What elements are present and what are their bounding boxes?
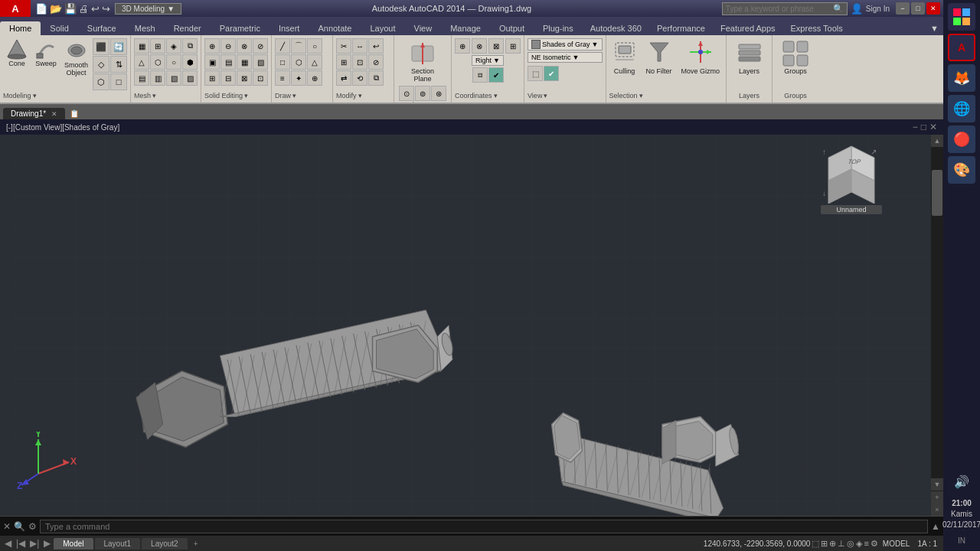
app-icon-1[interactable]: 🦊 xyxy=(948,64,975,92)
cmd-expand-icon[interactable]: ▲ xyxy=(931,521,940,532)
modify-btn-5[interactable]: ⊡ xyxy=(352,54,368,70)
modify-btn-2[interactable]: ↔ xyxy=(352,38,368,54)
mesh-btn-1[interactable]: ▦ xyxy=(134,38,149,54)
undo-icon[interactable]: ↩ xyxy=(91,3,100,15)
autocad-icon[interactable]: A xyxy=(948,34,975,61)
status-ortho-icon[interactable]: ⊥ xyxy=(838,539,845,549)
revolve-button[interactable]: 🔄 xyxy=(110,38,127,55)
mesh-btn-5[interactable]: △ xyxy=(134,54,149,70)
tab-home[interactable]: Home xyxy=(0,21,41,35)
loft-button[interactable]: ◇ xyxy=(93,56,109,73)
modify-btn-3[interactable]: ↩ xyxy=(368,38,384,54)
new-tab-button[interactable]: 📋 xyxy=(65,108,83,119)
smooth-object-button[interactable]: SmoothObject xyxy=(61,38,91,78)
layout-nav-next[interactable]: ▶ xyxy=(42,538,52,549)
coord-small-btn-1[interactable]: ⧈ xyxy=(472,67,488,83)
tab-output[interactable]: Output xyxy=(490,21,534,35)
view-dropdown-icon[interactable]: ▾ xyxy=(544,92,547,99)
modify-btn-8[interactable]: ⟲ xyxy=(352,70,368,86)
new-layout-button[interactable]: + xyxy=(189,538,203,549)
app-icon-4[interactable]: 🎨 xyxy=(948,156,975,184)
coord-btn-2[interactable]: ⊗ xyxy=(472,38,487,54)
sign-in-button[interactable]: Sign In xyxy=(866,5,890,13)
solid-btn-12[interactable]: ⊡ xyxy=(253,70,268,86)
section-small-btn-1[interactable]: ⊙ xyxy=(399,86,414,101)
tab-surface[interactable]: Surface xyxy=(78,21,126,35)
viewport-minimize-button[interactable]: − xyxy=(913,122,918,132)
new-icon[interactable]: 📄 xyxy=(35,3,47,15)
tab-parametric[interactable]: Parametric xyxy=(211,21,270,35)
print-icon[interactable]: 🖨 xyxy=(79,3,89,15)
tab-featured[interactable]: Featured Apps xyxy=(713,21,783,35)
mesh-btn-7[interactable]: ○ xyxy=(166,54,181,70)
coord-small-btn-2[interactable]: ✔ xyxy=(488,67,504,83)
mesh-btn-3[interactable]: ◈ xyxy=(166,38,181,54)
status-settings-icon[interactable]: ⚙ xyxy=(871,539,878,549)
workspace-selector[interactable]: 3D Modeling ▼ xyxy=(115,3,181,15)
tab-autodesk360[interactable]: Autodesk 360 xyxy=(583,21,649,35)
windows-start-icon[interactable] xyxy=(948,3,975,31)
cmd-search-icon[interactable]: 🔍 xyxy=(14,521,25,532)
tab-layout[interactable]: Layout xyxy=(361,21,404,35)
solid-btn-5[interactable]: ▣ xyxy=(204,54,220,70)
status-model-space-icon[interactable]: ⬚ xyxy=(812,539,819,549)
selection-dropdown-icon[interactable]: ▾ xyxy=(639,92,643,99)
cone-button[interactable]: Cone xyxy=(3,37,31,69)
solid-btn-1[interactable]: ⊕ xyxy=(204,38,220,54)
modify-btn-4[interactable]: ⊞ xyxy=(336,54,351,70)
modify-btn-7[interactable]: ⇄ xyxy=(336,70,351,86)
tab-annotate[interactable]: Annotate xyxy=(309,21,361,35)
status-osnap-icon[interactable]: ◈ xyxy=(856,539,862,549)
draw-btn-2[interactable]: ⌒ xyxy=(291,38,306,54)
tab-view[interactable]: View xyxy=(405,21,442,35)
solid-btn-8[interactable]: ▧ xyxy=(253,54,268,70)
tab-express[interactable]: Express Tools xyxy=(783,21,851,35)
draw-btn-1[interactable]: ╱ xyxy=(275,38,290,54)
modify-btn-1[interactable]: ✂ xyxy=(336,38,351,54)
solid-btn-4[interactable]: ⊘ xyxy=(253,38,268,54)
cmd-settings-icon[interactable]: ⚙ xyxy=(28,521,37,532)
search-input[interactable] xyxy=(726,5,833,13)
doc-tab-drawing1[interactable]: Drawing1* ✕ xyxy=(3,108,65,119)
draw-btn-6[interactable]: △ xyxy=(307,54,322,70)
draw-btn-8[interactable]: ✦ xyxy=(291,70,306,86)
status-lineweight-icon[interactable]: ≡ xyxy=(864,539,868,549)
status-polar-icon[interactable]: ◎ xyxy=(847,539,854,549)
status-grid-icon[interactable]: ⊞ xyxy=(821,539,828,549)
layers-button[interactable]: Layers xyxy=(733,38,766,77)
solid-btn-6[interactable]: ▤ xyxy=(220,54,236,70)
tab-performance[interactable]: Performance xyxy=(649,21,713,35)
coord-btn-4[interactable]: ⊞ xyxy=(505,38,521,54)
shading-selector[interactable]: Shades of Gray ▼ xyxy=(528,38,602,51)
maximize-button[interactable]: □ xyxy=(911,2,925,15)
tab-mesh[interactable]: Mesh xyxy=(126,21,165,35)
scroll-thumb-v[interactable] xyxy=(932,170,942,216)
mesh-btn-2[interactable]: ⊞ xyxy=(150,38,165,54)
draw-btn-3[interactable]: ○ xyxy=(307,38,322,54)
scroll-up-button[interactable]: ▲ xyxy=(931,135,943,147)
tab-insert[interactable]: Insert xyxy=(270,21,309,35)
cmd-close-icon[interactable]: ✕ xyxy=(3,521,11,532)
tab-plugins[interactable]: Plug-ins xyxy=(534,21,583,35)
view-style-selector[interactable]: NE Isometric ▼ xyxy=(528,52,602,63)
redo-icon[interactable]: ↪ xyxy=(102,3,110,15)
layout-nav-prev[interactable]: ◀ xyxy=(3,538,13,549)
tab-render[interactable]: Render xyxy=(165,21,211,35)
coordinates-dropdown-icon[interactable]: ▾ xyxy=(494,92,498,99)
tab-layout2[interactable]: Layout2 xyxy=(142,538,188,549)
tab-model[interactable]: Model xyxy=(54,538,93,549)
viewport-canvas[interactable]: X Y Z xyxy=(0,135,943,516)
modify-dropdown-icon[interactable]: ▾ xyxy=(358,92,362,99)
ribbon-collapse-button[interactable]: ▼ xyxy=(926,21,943,35)
viewport-restore-button[interactable]: □ xyxy=(921,122,926,132)
viewport-scrollbar-v[interactable]: ▲ ▼ + × xyxy=(931,135,943,516)
modeling-dropdown-icon[interactable]: ▾ xyxy=(33,92,37,99)
solid-btn-10[interactable]: ⊟ xyxy=(220,70,236,86)
app-icon-3[interactable]: 🔴 xyxy=(948,126,975,153)
culling-button[interactable]: Culling xyxy=(609,38,640,77)
draw-btn-4[interactable]: □ xyxy=(275,54,290,70)
solid-btn-9[interactable]: ⊞ xyxy=(204,70,220,86)
section-small-btn-2[interactable]: ⊚ xyxy=(415,86,430,101)
mesh-btn-10[interactable]: ▥ xyxy=(150,70,165,86)
press-pull-button[interactable]: ⇅ xyxy=(110,56,127,73)
